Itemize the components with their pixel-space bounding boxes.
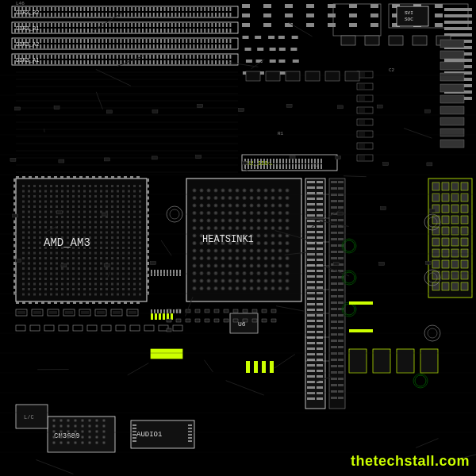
pcb-layout: thetechstall.com bbox=[0, 0, 476, 476]
watermark: thetechstall.com bbox=[351, 453, 470, 470]
